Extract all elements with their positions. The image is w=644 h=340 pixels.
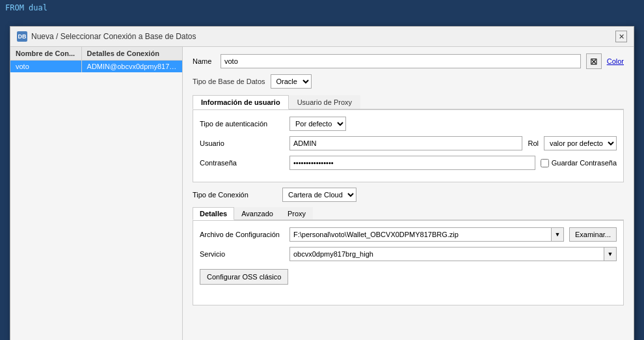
dialog-title: Nueva / Seleccionar Conexión a Base de D…: [31, 32, 196, 41]
config-file-dropdown-button[interactable]: ▼: [551, 227, 564, 242]
tipo-db-label: Tipo de Base de Datos: [193, 78, 265, 85]
servicio-row: Servicio ▼: [200, 247, 617, 261]
rol-label: Rol: [528, 139, 539, 147]
save-password-checkbox[interactable]: [541, 159, 549, 167]
right-panel: Name ⊠ Color Tipo de Base de Datos Oracl…: [183, 47, 634, 340]
left-panel: Nombre de Con... Detalles de Conexión vo…: [10, 47, 183, 340]
col-name-header: Nombre de Con...: [10, 47, 82, 60]
rol-select[interactable]: valor por defecto: [544, 136, 617, 150]
connection-details: ADMIN@obcvx0dpmy817brg...: [82, 61, 182, 72]
conn-type-select[interactable]: Cartera de Cloud: [282, 188, 356, 202]
inner-tabs-container: Detalles Avanzado Proxy Archivo de Confi…: [193, 207, 624, 305]
auth-row: Tipo de autenticación Por defecto: [200, 117, 617, 131]
servicio-input[interactable]: [289, 247, 604, 261]
dialog-body: Nombre de Con... Detalles de Conexión vo…: [10, 47, 634, 340]
left-panel-header: Nombre de Con... Detalles de Conexión: [10, 47, 182, 61]
name-row: Name ⊠ Color: [193, 53, 624, 69]
name-input[interactable]: [221, 54, 581, 68]
connection-name: voto: [10, 61, 82, 72]
dialog-titlebar: DB Nueva / Seleccionar Conexión a Base d…: [10, 27, 634, 47]
browse-button[interactable]: Examinar...: [569, 227, 617, 242]
config-file-label: Archivo de Configuración: [200, 231, 284, 238]
dialog-close-button[interactable]: ✕: [615, 31, 627, 42]
col-details-header: Detalles de Conexión: [82, 47, 182, 60]
config-file-input-group: ▼: [289, 227, 564, 242]
user-tab-content: Tipo de autenticación Por defecto Usuari…: [193, 110, 624, 182]
password-input[interactable]: [289, 156, 535, 170]
servicio-dropdown-button[interactable]: ▼: [604, 247, 617, 261]
password-row: Contraseña Guardar Contraseña: [200, 156, 617, 170]
title-left: DB Nueva / Seleccionar Conexión a Base d…: [17, 31, 196, 42]
tipo-db-select[interactable]: Oracle: [271, 74, 312, 89]
inner-tab-content: Archivo de Configuración ▼ Examinar... S…: [193, 221, 624, 305]
tab-proxy-user[interactable]: Usuario de Proxy: [289, 95, 360, 109]
dialog-container: DB Nueva / Seleccionar Conexión a Base d…: [10, 26, 634, 340]
inner-tab-avanzado[interactable]: Avanzado: [234, 207, 280, 220]
connection-row[interactable]: voto ADMIN@obcvx0dpmy817brg...: [10, 61, 182, 72]
config-oss-button[interactable]: Configurar OSS clásico: [200, 269, 288, 285]
tipo-db-row: Tipo de Base de Datos Oracle: [193, 74, 624, 89]
role-row: Rol valor por defecto: [528, 136, 617, 150]
config-file-row: Archivo de Configuración ▼ Examinar...: [200, 227, 617, 242]
user-tabs-bar: Información de usuario Usuario de Proxy: [193, 95, 624, 110]
auth-label: Tipo de autenticación: [200, 120, 284, 128]
save-password-label[interactable]: Guardar Contraseña: [541, 159, 617, 167]
conn-type-label: Tipo de Conexión: [193, 191, 277, 199]
dialog-icon: DB: [17, 31, 27, 42]
name-label: Name: [193, 57, 215, 65]
conn-type-row: Tipo de Conexión Cartera de Cloud: [193, 188, 624, 202]
icon-button[interactable]: ⊠: [586, 53, 602, 69]
usuario-label: Usuario: [200, 139, 284, 147]
servicio-label: Servicio: [200, 250, 284, 258]
color-button[interactable]: Color: [607, 57, 624, 65]
inner-tab-proxy[interactable]: Proxy: [280, 207, 313, 220]
dialog: DB Nueva / Seleccionar Conexión a Base d…: [10, 26, 634, 340]
inner-tabs-bar: Detalles Avanzado Proxy: [193, 207, 624, 221]
code-line: FROM dual: [0, 0, 644, 26]
user-tabs-container: Información de usuario Usuario de Proxy …: [193, 95, 624, 182]
background: FROM dual DB Nueva / Seleccionar Conexió…: [0, 0, 644, 340]
password-label: Contraseña: [200, 159, 284, 167]
usuario-row: Usuario Rol valor por defecto: [200, 136, 617, 150]
usuario-input[interactable]: [289, 136, 522, 150]
auth-select[interactable]: Por defecto: [289, 117, 346, 131]
servicio-input-group: ▼: [289, 247, 617, 261]
config-file-input[interactable]: [289, 227, 551, 242]
tab-user-info[interactable]: Información de usuario: [193, 95, 289, 109]
inner-tab-detalles[interactable]: Detalles: [193, 207, 234, 220]
